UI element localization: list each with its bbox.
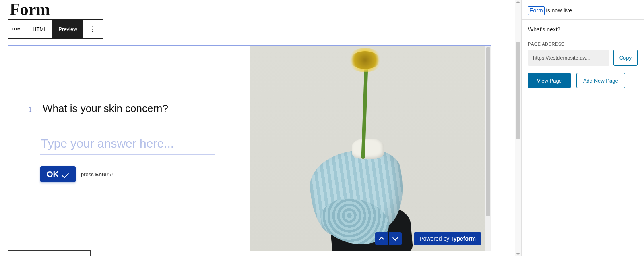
scrollbar-thumb[interactable]: [486, 47, 490, 216]
editor-area: Form HTML HTML Preview 1 → What is your …: [0, 0, 521, 256]
white-clay: [352, 139, 384, 159]
add-new-page-button[interactable]: Add New Page: [576, 73, 625, 88]
status-bar: [8, 250, 91, 256]
typeform-question-panel: 1 → What is your skin concern? OK press …: [8, 46, 250, 251]
copy-button[interactable]: Copy: [613, 50, 638, 66]
arrow-right-icon: →: [33, 107, 39, 113]
typeform-image-panel: Powered by Typeform: [250, 46, 491, 251]
typeform-prev-button[interactable]: [375, 232, 388, 245]
answer-input[interactable]: [40, 134, 215, 155]
whats-next-heading: What's next?: [528, 26, 638, 33]
flower-head: [347, 48, 383, 72]
preview-scrollbar[interactable]: [485, 46, 491, 251]
block-toolbar: HTML HTML Preview: [8, 19, 103, 39]
publish-sidebar: Form is now live. What's next? PAGE ADDR…: [521, 0, 644, 256]
press-enter-hint: press Enter↵: [81, 171, 113, 177]
chevron-up-icon: [379, 237, 384, 242]
ok-button[interactable]: OK: [40, 166, 76, 182]
scroll-down-icon[interactable]: [516, 253, 520, 255]
typeform-next-button[interactable]: [389, 232, 402, 245]
editor-scrollbar[interactable]: [515, 0, 521, 256]
typeform-preview: 1 → What is your skin concern? OK press …: [8, 45, 491, 251]
vertical-dots-icon: [92, 26, 93, 32]
page-url-input[interactable]: [528, 50, 609, 66]
block-type-html-icon[interactable]: HTML: [8, 20, 27, 38]
block-title: Form: [8, 0, 513, 19]
check-icon: [62, 172, 69, 177]
question-text: What is your skin concern?: [43, 102, 168, 115]
page-live-link[interactable]: Form: [528, 6, 545, 15]
html-tab[interactable]: HTML: [27, 20, 53, 38]
page-address-label: PAGE ADDRESS: [528, 42, 638, 46]
view-page-button[interactable]: View Page: [528, 73, 571, 88]
powered-by-typeform[interactable]: Powered by Typeform: [414, 232, 481, 245]
typeform-nav: [375, 232, 402, 245]
live-status: Form is now live.: [522, 0, 644, 20]
chevron-down-icon: [392, 235, 398, 241]
scrollbar-thumb[interactable]: [516, 42, 520, 139]
scroll-up-icon[interactable]: [516, 1, 520, 3]
preview-tab[interactable]: Preview: [53, 20, 83, 38]
more-options-button[interactable]: [83, 20, 103, 38]
question-number: 1 →: [28, 106, 39, 114]
